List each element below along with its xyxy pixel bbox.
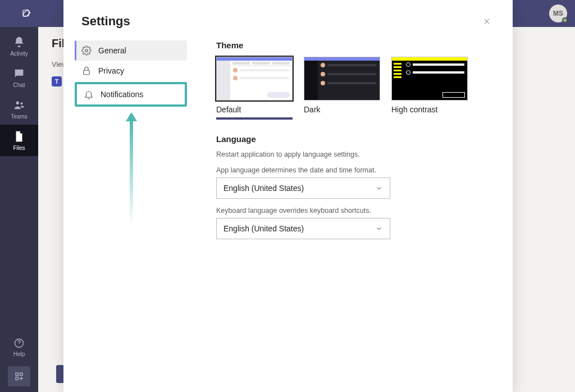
theme-preview-high-contrast xyxy=(391,57,468,101)
theme-option-default[interactable]: Default xyxy=(216,57,293,120)
nav-privacy[interactable]: Privacy xyxy=(75,61,187,81)
theme-heading: Theme xyxy=(216,40,495,50)
settings-nav: General Privacy Notifications xyxy=(75,40,187,247)
bell-icon xyxy=(84,89,94,99)
settings-content: Theme Default xyxy=(216,40,495,247)
keyboard-language-hint: Keyboard language overrides keyboard sho… xyxy=(216,207,495,215)
keyboard-language-dropdown[interactable]: English (United States) xyxy=(216,218,390,239)
theme-option-dark[interactable]: Dark xyxy=(304,57,380,120)
svg-rect-8 xyxy=(84,70,90,75)
gear-icon xyxy=(81,45,92,56)
close-button[interactable] xyxy=(479,13,495,29)
theme-preview-dark xyxy=(304,57,380,101)
language-restart-note: Restart application to apply language se… xyxy=(216,151,495,158)
lock-icon xyxy=(81,66,92,76)
svg-point-7 xyxy=(85,49,88,52)
settings-modal: Settings General Privacy Notification xyxy=(63,0,513,392)
app-language-hint: App language determines the date and tim… xyxy=(216,166,495,174)
tutorial-arrow-icon xyxy=(123,112,187,225)
chevron-down-icon xyxy=(375,225,383,233)
language-heading: Language xyxy=(216,134,495,144)
chevron-down-icon xyxy=(375,184,383,192)
settings-title: Settings xyxy=(81,14,130,29)
theme-option-high-contrast[interactable]: High contrast xyxy=(391,57,468,120)
nav-notifications[interactable]: Notifications xyxy=(77,84,185,104)
app-language-dropdown[interactable]: English (United States) xyxy=(216,177,390,199)
modal-backdrop: Settings General Privacy Notification xyxy=(0,0,575,392)
nav-general[interactable]: General xyxy=(75,40,187,61)
theme-preview-default xyxy=(216,57,293,101)
